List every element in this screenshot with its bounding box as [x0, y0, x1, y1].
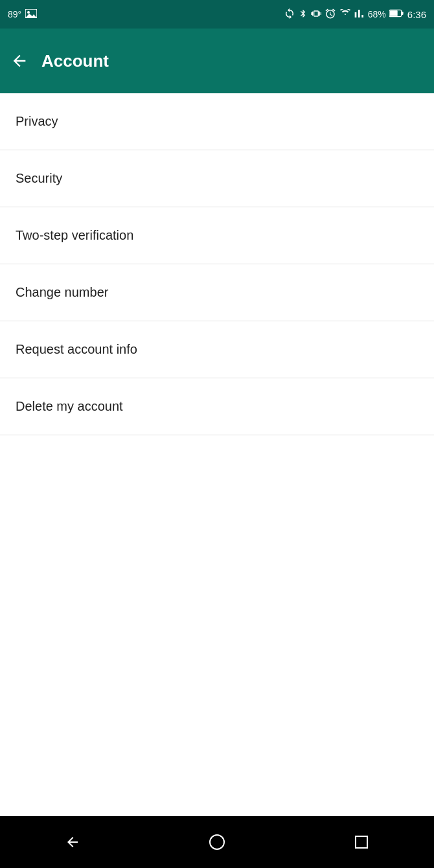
menu-item-request-account[interactable]: Request account info — [0, 321, 434, 378]
image-icon — [25, 9, 37, 20]
svg-rect-4 — [390, 10, 398, 16]
menu-item-security[interactable]: Security — [0, 150, 434, 207]
status-right: 68% 6:36 — [284, 8, 426, 21]
nav-home-button[interactable] — [198, 823, 236, 862]
wifi-icon — [339, 9, 351, 20]
status-icons: 68% — [284, 8, 404, 21]
battery-icon — [389, 9, 404, 19]
battery-percent: 68% — [368, 9, 386, 19]
menu-item-privacy[interactable]: Privacy — [0, 93, 434, 150]
status-bar: 89° — [0, 0, 434, 29]
signal-icon — [354, 8, 365, 21]
vibrate-icon — [311, 8, 321, 21]
menu-item-change-number[interactable]: Change number — [0, 264, 434, 321]
menu-item-delete-account[interactable]: Delete my account — [0, 378, 434, 435]
menu-list: Privacy Security Two-step verification C… — [0, 93, 434, 816]
app-bar: Account — [0, 29, 434, 93]
time: 6:36 — [407, 9, 426, 20]
svg-rect-5 — [402, 12, 404, 15]
temperature: 89° — [8, 9, 21, 19]
nav-back-button[interactable] — [53, 823, 92, 862]
status-left: 89° — [8, 9, 37, 20]
svg-point-6 — [210, 835, 224, 849]
svg-marker-2 — [25, 14, 37, 18]
nav-bar — [0, 816, 434, 868]
alarm-icon — [325, 8, 336, 21]
sync-icon — [284, 8, 295, 21]
menu-item-two-step[interactable]: Two-step verification — [0, 207, 434, 264]
nav-recent-button[interactable] — [342, 823, 381, 862]
bluetooth-icon — [299, 8, 308, 21]
svg-point-1 — [27, 11, 30, 14]
back-button[interactable] — [10, 52, 29, 70]
page-title: Account — [41, 51, 109, 71]
svg-rect-7 — [356, 836, 367, 848]
